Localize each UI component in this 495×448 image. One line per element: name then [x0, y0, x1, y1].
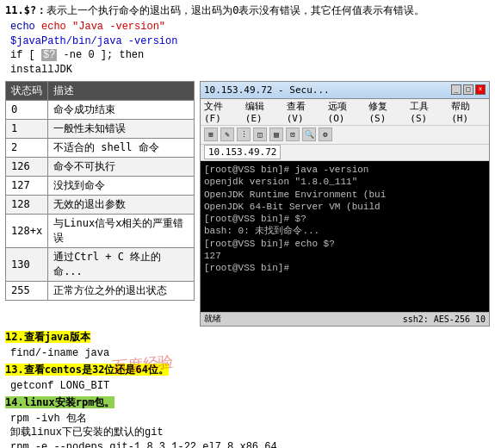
terminal-address: 10.153.49.72 — [204, 145, 281, 159]
code-area: echo echo "Java -version" $javaPath/bin/… — [10, 20, 490, 78]
table-cell-desc: 通过Ctrl + C 终止的命... — [48, 247, 195, 281]
terminal-line: openjdk version "1.8.0_111" — [204, 176, 486, 188]
section-13: 13.查看centos是32位还是64位。 — [5, 363, 490, 377]
terminal-statusbar: 就绪 ssh2: AES-256 10 — [201, 312, 489, 326]
table-cell-code: 130 — [6, 247, 48, 281]
table-cell-desc: 不适合的 shell 命令 — [48, 138, 195, 157]
toolbar-icon-8[interactable]: ⚙ — [319, 128, 332, 141]
table-row: 1一般性未知错误 — [6, 119, 195, 138]
menu-file[interactable]: 文件(F) — [204, 100, 238, 124]
table-row: 128无效的退出参数 — [6, 195, 195, 214]
table-cell-desc: 没找到命令 — [48, 176, 195, 195]
terminal-status-right: ssh2: AES-256 10 — [403, 314, 486, 324]
terminal-line: [root@VSS bin]# echo $? — [204, 238, 486, 250]
code-line-4: installJDK — [10, 63, 490, 78]
section-13-code: getconf LONG_BIT — [10, 379, 490, 394]
table-row: 2不适合的 shell 命令 — [6, 138, 195, 157]
code-line-2: $javaPath/bin/java -version — [10, 34, 490, 49]
status-table: 状态码 描述 0命令成功结束1一般性未知错误2不适合的 shell 命令126命… — [5, 81, 195, 301]
section-14-code3: rpm -e --nodeps git-1.8.3.1-22.el7_8.x86… — [10, 440, 490, 448]
minimize-button[interactable]: _ — [451, 84, 461, 95]
section-12-code: find/-iname java — [10, 346, 490, 361]
section-14: 14.linux安装rpm包。 — [5, 395, 490, 410]
table-col-desc: 描述 — [48, 81, 195, 100]
toolbar-icon-7[interactable]: 🔍 — [302, 128, 316, 141]
section-14-label: 14.linux安装rpm包。 — [5, 396, 114, 408]
section-11-desc: 表示上一个执行命令的退出码，退出码为0表示没有错误，其它任何值表示有错误。 — [46, 4, 424, 16]
terminal-line: 127 — [204, 250, 486, 262]
table-cell-desc: 命令不可执行 — [48, 157, 195, 176]
section-13-label: 13.查看centos是32位还是64位。 — [5, 364, 169, 376]
table-col-code: 状态码 — [6, 81, 48, 100]
section-12: 12.查看java版本 — [5, 330, 490, 345]
table-cell-desc: 命令成功结束 — [48, 100, 195, 119]
menu-options[interactable]: 远项(O) — [328, 100, 362, 124]
toolbar-icon-1[interactable]: ⊞ — [204, 128, 218, 141]
toolbar-icon-4[interactable]: ◫ — [253, 128, 267, 141]
terminal-body: [root@VSS bin]# java -versionopenjdk ver… — [201, 161, 489, 312]
section-12-label: 12.查看java版本 — [5, 331, 90, 343]
terminal-toolbar: ⊞ ✎ ⋮ ◫ ▤ ⊡ 🔍 ⚙ — [201, 126, 489, 145]
toolbar-icon-3[interactable]: ⋮ — [237, 128, 251, 141]
close-button[interactable]: × — [475, 84, 486, 95]
table-cell-code: 127 — [6, 176, 48, 195]
table-cell-code: 255 — [6, 281, 48, 300]
table-cell-code: 2 — [6, 138, 48, 157]
maximize-button[interactable]: □ — [463, 84, 473, 95]
section-11-header: 11.$?：表示上一个执行命令的退出码，退出码为0表示没有错误，其它任何值表示有… — [5, 3, 490, 18]
table-cell-code: 128 — [6, 195, 48, 214]
toolbar-icon-6[interactable]: ⊡ — [286, 128, 300, 141]
menu-repair[interactable]: 修复(S) — [368, 100, 403, 124]
terminal-line: [root@VSS bin]# — [204, 262, 486, 274]
section-14-code1: rpm -ivh 包名 — [10, 412, 490, 426]
table-cell-code: 128+x — [6, 214, 48, 247]
table-cell-code: 0 — [6, 100, 48, 119]
terminal-line: OpenJDK 64-Bit Server VM (build — [204, 201, 486, 213]
table-row: 0命令成功结束 — [6, 100, 195, 119]
table-cell-code: 1 — [6, 119, 48, 138]
table-cell-code: 126 — [6, 157, 48, 176]
table-cell-desc: 正常方位之外的退出状态 — [48, 281, 195, 300]
terminal-window[interactable]: 10.153.49.72 - Secu... _ □ × 文件(F) 编辑(E)… — [200, 81, 490, 327]
table-row: 126命令不可执行 — [6, 157, 195, 176]
table-cell-desc: 无效的退出参数 — [48, 195, 195, 214]
table-row: 255正常方位之外的退出状态 — [6, 281, 195, 300]
terminal-status-left: 就绪 — [204, 313, 221, 325]
terminal-line: [root@VSS bin]# $? — [204, 213, 486, 225]
menu-help[interactable]: 帮助(H) — [451, 100, 486, 124]
table-row: 128+x与Linux信号x相关的严重错误 — [6, 214, 195, 247]
code-line-3: if [ $? -ne 0 ]; then — [10, 48, 490, 63]
table-cell-desc: 与Linux信号x相关的严重错误 — [48, 214, 195, 247]
table-row: 127没找到命令 — [6, 176, 195, 195]
terminal-title: 10.153.49.72 - Secu... — [204, 84, 330, 96]
main-container: 11.$?：表示上一个执行命令的退出码，退出码为0表示没有错误，其它任何值表示有… — [0, 0, 495, 448]
section-11-label: 11.$?： — [5, 4, 46, 16]
terminal-menubar: 文件(F) 编辑(E) 查看(V) 远项(O) 修复(S) 工具(S) 帮助(H… — [201, 99, 489, 126]
section-14-codes: rpm -ivh 包名 卸载linux下已安装的默认的git rpm -e --… — [10, 412, 490, 448]
terminal-line: bash: 0: 未找到命令... — [204, 225, 486, 237]
code-line-1: echo echo "Java -version" — [10, 20, 490, 34]
status-table-area: 状态码 描述 0命令成功结束1一般性未知错误2不适合的 shell 命令126命… — [5, 81, 195, 327]
table-row: 130通过Ctrl + C 终止的命... — [6, 247, 195, 281]
lower-section: 12.查看java版本 find/-iname java 13.查看centos… — [5, 330, 490, 448]
menu-edit[interactable]: 编辑(E) — [245, 100, 280, 124]
toolbar-icon-2[interactable]: ✎ — [220, 128, 234, 141]
terminal-line: [root@VSS bin]# java -version — [204, 164, 486, 176]
terminal-line: OpenJDK Runtime Environment (bui — [204, 189, 486, 201]
menu-tools[interactable]: 工具(S) — [410, 100, 444, 124]
terminal-controls: _ □ × — [451, 84, 486, 95]
terminal-titlebar: 10.153.49.72 - Secu... _ □ × — [201, 82, 489, 99]
menu-view[interactable]: 查看(V) — [287, 100, 321, 124]
toolbar-icon-5[interactable]: ▤ — [269, 128, 283, 141]
section-14-code2: 卸载linux下已安装的默认的git — [10, 426, 490, 440]
table-cell-desc: 一般性未知错误 — [48, 119, 195, 138]
